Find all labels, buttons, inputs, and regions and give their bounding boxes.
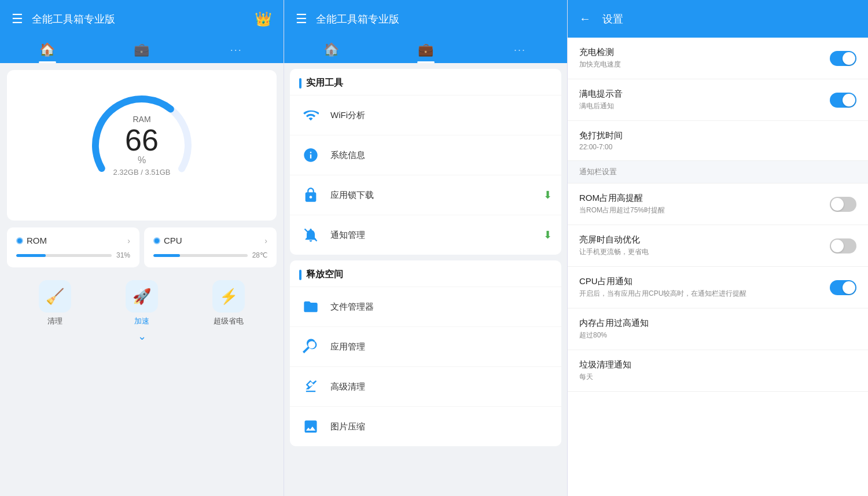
util-tools-section: 实用工具 WiFi分析 系统信息 应用锁下载 ⬇ — [290, 69, 561, 255]
tab-tools[interactable]: 💼 — [94, 42, 189, 63]
charge-detect-toggle[interactable] — [830, 51, 856, 66]
applock-icon — [299, 183, 322, 207]
tool-filemanager[interactable]: 文件管理器 — [290, 286, 561, 326]
tools-content: 实用工具 WiFi分析 系统信息 应用锁下载 ⬇ — [284, 63, 567, 496]
cpu-notify-sub: 开启后，当有应用占用CPU较高时，在通知栏进行提醒 — [579, 289, 830, 299]
mem-notify-text: 内存占用过高通知 超过80% — [579, 318, 856, 340]
accelerate-icon-wrap: 🚀 — [126, 280, 158, 313]
crown-icon[interactable]: 👑 — [255, 11, 272, 27]
action-bar: 🧹 清理 🚀 加速 ⌄ ⚡ 超级省电 — [0, 274, 284, 351]
home-icon-2: 🏠 — [323, 42, 339, 57]
ram-sub: 2.32GB / 3.51GB — [113, 168, 170, 177]
rom-alert-title: ROM占用高提醒 — [579, 193, 830, 204]
tool-appmanager[interactable]: 应用管理 — [290, 326, 561, 366]
tab-home-2[interactable]: 🏠 — [284, 42, 378, 63]
tool-notify[interactable]: 通知管理 ⬇ — [290, 215, 561, 255]
section-bar-2 — [299, 270, 301, 280]
menu-icon-2[interactable]: ☰ — [296, 12, 307, 27]
full-sound-text: 满电提示音 满电后通知 — [579, 89, 830, 111]
tab-more-2[interactable]: ··· — [473, 42, 567, 63]
tool-sysinfo[interactable]: 系统信息 — [290, 135, 561, 175]
rom-arrow: › — [127, 236, 130, 245]
ram-gauge: RAM 66 % 2.32GB / 3.51GB — [84, 87, 200, 203]
wifi-label: WiFi分析 — [330, 110, 552, 121]
rom-dot — [16, 237, 23, 244]
back-button[interactable]: ← — [579, 12, 591, 25]
clean-icon-wrap: 🧹 — [39, 280, 71, 313]
notify-icon — [299, 223, 322, 247]
tool-imgcompress[interactable]: 图片压缩 — [290, 406, 561, 446]
tab-home[interactable]: 🏠 — [0, 42, 94, 63]
rom-label: ROM — [27, 236, 47, 245]
topbar-tools: ☰ 全能工具箱专业版 — [284, 0, 567, 38]
nav-tabs-home: 🏠 💼 ··· — [0, 38, 284, 63]
settings-list: 充电检测 加快充电速度 满电提示音 满电后通知 免打扰时间 22:00-7:00… — [568, 38, 868, 496]
cpu-card[interactable]: CPU › 28℃ — [144, 227, 277, 267]
tool-wifi[interactable]: WiFi分析 — [290, 95, 561, 135]
tab-tools-2[interactable]: 💼 — [378, 42, 473, 63]
ram-card: RAM 66 % 2.32GB / 3.51GB — [7, 70, 277, 221]
more-icon: ··· — [230, 42, 242, 56]
clean-button[interactable]: 🧹 清理 — [39, 280, 71, 343]
menu-icon[interactable]: ☰ — [12, 12, 23, 27]
rom-alert-sub: 当ROM占用超过75%时提醒 — [579, 205, 830, 215]
settings-charge-detect: 充电检测 加快充电速度 — [568, 38, 868, 79]
accelerate-label: 加速 — [134, 316, 149, 326]
saver-button[interactable]: ⚡ 超级省电 — [212, 280, 245, 343]
section-bar-1 — [299, 78, 301, 89]
cpu-bar-row: 28℃ — [153, 251, 267, 259]
panel-tools: ☰ 全能工具箱专业版 🏠 💼 ··· 实用工具 WiFi分析 — [284, 0, 567, 496]
appmanager-icon — [299, 335, 322, 358]
cpu-bar-bg — [153, 254, 248, 257]
cpu-title-row: CPU — [153, 236, 182, 245]
tab-more[interactable]: ··· — [189, 42, 284, 63]
cpu-notify-toggle[interactable] — [830, 280, 856, 295]
mem-notify-title: 内存占用过高通知 — [579, 318, 856, 329]
tools-icon-2: 💼 — [418, 42, 433, 57]
util-section-header: 实用工具 — [290, 69, 561, 95]
sysinfo-label: 系统信息 — [330, 150, 552, 161]
rocket-icon: 🚀 — [133, 288, 151, 306]
nav-tabs-tools: 🏠 💼 ··· — [284, 38, 567, 63]
notify-label: 通知管理 — [330, 230, 543, 241]
settings-dnd: 免打扰时间 22:00-7:00 — [568, 121, 868, 161]
mem-notify-sub: 超过80% — [579, 330, 856, 340]
ram-unit: % — [113, 155, 170, 166]
cpu-label: CPU — [164, 236, 182, 245]
ram-value: 66 — [113, 125, 170, 155]
rom-card[interactable]: ROM › 31% — [7, 227, 139, 267]
cpu-notify-title: CPU占用通知 — [579, 276, 830, 287]
broom-icon: 🧹 — [46, 288, 64, 306]
tools-icon: 💼 — [134, 42, 149, 57]
tool-advclean[interactable]: 高级清理 — [290, 366, 561, 406]
home-icon: 🏠 — [39, 42, 55, 57]
tool-applock[interactable]: 应用锁下载 ⬇ — [290, 175, 561, 215]
cpu-temp: 28℃ — [252, 251, 267, 259]
settings-junk-notify: 垃圾清理通知 每天 — [568, 350, 868, 392]
screen-optim-title: 亮屏时自动优化 — [579, 234, 830, 245]
topbar-settings: ← 设置 — [568, 0, 868, 38]
screen-optim-toggle[interactable] — [830, 238, 856, 253]
screen-optim-sub: 让手机更流畅，更省电 — [579, 247, 830, 257]
topbar-home: ☰ 全能工具箱专业版 👑 — [0, 0, 284, 38]
ram-label: RAM — [113, 115, 170, 124]
settings-title: 设置 — [602, 12, 856, 26]
full-sound-sub: 满电后通知 — [579, 101, 830, 111]
rom-alert-toggle[interactable] — [830, 197, 856, 212]
dnd-title: 免打扰时间 — [579, 130, 856, 141]
rom-bar-row: 31% — [16, 251, 130, 259]
home-content: RAM 66 % 2.32GB / 3.51GB ROM › — [0, 63, 284, 496]
settings-mem-notify: 内存占用过高通知 超过80% — [568, 308, 868, 350]
dnd-sub: 22:00-7:00 — [579, 143, 856, 151]
rom-header: ROM › — [16, 236, 130, 245]
rom-percent: 31% — [116, 251, 130, 259]
imgcompress-label: 图片压缩 — [330, 421, 552, 432]
full-sound-toggle[interactable] — [830, 93, 856, 108]
rom-bar-fill — [16, 254, 46, 257]
app-title-2: 全能工具箱专业版 — [316, 12, 556, 26]
charge-detect-text: 充电检测 加快充电速度 — [579, 47, 830, 69]
accelerate-button[interactable]: 🚀 加速 ⌄ — [126, 280, 158, 343]
imgcompress-icon — [299, 415, 322, 438]
applock-badge: ⬇ — [543, 189, 552, 201]
wifi-icon — [299, 104, 322, 127]
